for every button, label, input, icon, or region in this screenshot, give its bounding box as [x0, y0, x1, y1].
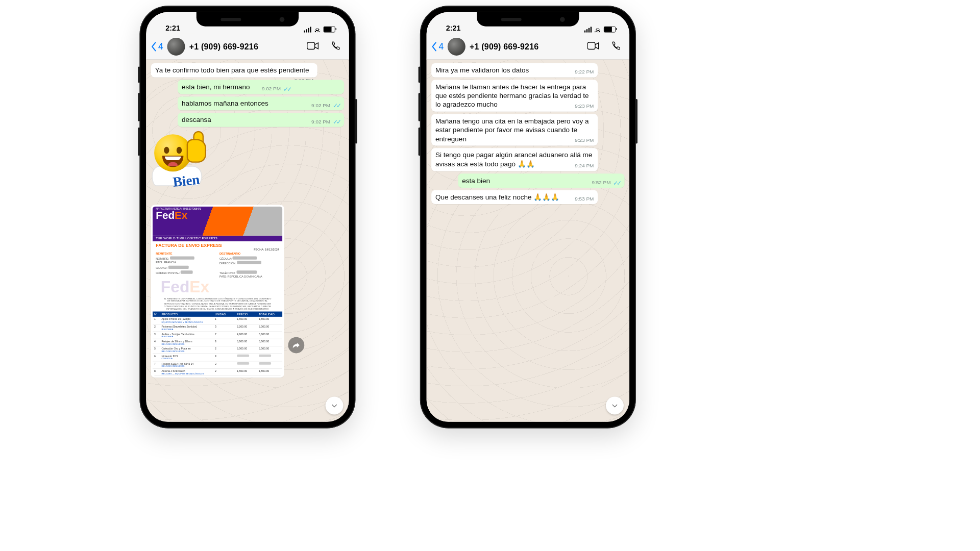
- invoice-table-header: N° PRODUCTO UNIDAD PRECIO TOTALIDAD: [153, 311, 282, 317]
- forward-button[interactable]: [288, 337, 304, 354]
- cellular-icon: [584, 27, 592, 32]
- voice-call-icon[interactable]: [330, 41, 342, 52]
- message-time: 9:02 PM: [262, 86, 281, 92]
- scroll-to-bottom-button[interactable]: [326, 397, 344, 415]
- fedex-invoice: N° FACTURA AEREA: 89552973664/1 FedEx TH…: [153, 207, 282, 376]
- invoice-title: FACTURA DE ENVIO EXPRESS: [153, 241, 282, 248]
- battery-icon: [604, 27, 616, 33]
- th: UNIDAD: [215, 313, 237, 316]
- message-text: descansa: [182, 116, 211, 124]
- message-text: Mañana tengo una cita en la embajada per…: [435, 117, 589, 143]
- contact-name[interactable]: +1 (909) 669-9216: [470, 42, 583, 51]
- read-ticks-icon: ✓✓: [613, 179, 620, 186]
- message-time: 9:52 PM: [592, 180, 610, 186]
- fx-field-label: PAÍS:: [156, 261, 163, 264]
- message-text: hablamos mañana entonces: [182, 99, 268, 107]
- message-in[interactable]: Ya te confirmo todo bien para que estés …: [151, 63, 317, 78]
- message-text: esta bien, mi hermano: [182, 83, 250, 91]
- chat-header: 4 +1 (909) 669-9216: [427, 34, 630, 60]
- message-time: 9:02 PM: [311, 102, 330, 109]
- message-text: Mañana te llaman antes de hacer la entre…: [435, 83, 589, 109]
- th: TOTALIDAD: [259, 313, 281, 316]
- svg-rect-1: [587, 42, 595, 49]
- th: N°: [154, 313, 161, 316]
- message-text: Mira ya me validaron los datos: [435, 66, 529, 74]
- thumbs-up-icon: [183, 132, 207, 164]
- notch: [197, 12, 299, 27]
- wifi-icon: [594, 27, 601, 32]
- message-time: 9:24 PM: [575, 162, 594, 169]
- video-call-icon[interactable]: [307, 41, 319, 52]
- fx-field-label: CÓDIGO POSTAL:: [156, 271, 180, 274]
- chat-header: 4 +1 (909) 669-9216: [146, 34, 349, 60]
- avatar[interactable]: [167, 38, 185, 56]
- fx-field-label: NOMBRE:: [156, 257, 169, 260]
- message-in[interactable]: Que descanses una feliz noche 🙏🙏🙏9:53 PM: [431, 190, 598, 204]
- message-time: 9:23 PM: [575, 137, 594, 143]
- message-time: 9:53 PM: [575, 195, 594, 202]
- message-text: Que descanses una feliz noche 🙏🙏🙏: [435, 193, 559, 201]
- avatar[interactable]: [448, 38, 465, 56]
- read-ticks-icon: ✓✓: [333, 102, 340, 109]
- message-out[interactable]: esta bien9:52 PM✓✓: [458, 173, 624, 188]
- battery-icon: [324, 27, 335, 33]
- message-out[interactable]: descansa 9:02 PM✓✓: [178, 113, 344, 127]
- message-text: Si tengo que pagar algún arancel aduaner…: [435, 152, 592, 168]
- remitter-label: REMITENTE: [156, 253, 215, 256]
- message-text: esta bien: [462, 177, 490, 184]
- status-time: 2:21: [446, 24, 461, 33]
- message-in[interactable]: Mañana tengo una cita en la embajada per…: [431, 114, 598, 145]
- sticker-message[interactable]: Bien 9:03 PM: [152, 134, 225, 201]
- read-ticks-icon: ✓✓: [283, 85, 290, 93]
- phone-mockup-left: 2:21 4 +1 (909) 669-9216 Ya te confirmo: [139, 6, 355, 428]
- th: PRODUCTO: [161, 313, 215, 316]
- back-button[interactable]: 4: [151, 41, 163, 52]
- svg-rect-0: [307, 42, 315, 49]
- voice-call-icon[interactable]: [610, 41, 622, 52]
- status-time: 2:21: [165, 24, 180, 33]
- back-count: 4: [438, 41, 444, 52]
- wifi-icon: [314, 27, 321, 32]
- message-in[interactable]: Mañana te llaman antes de hacer la entre…: [431, 80, 598, 111]
- notch: [477, 12, 579, 27]
- chat-area[interactable]: Ya te confirmo todo bien para que estés …: [146, 58, 349, 422]
- scroll-to-bottom-button[interactable]: [606, 397, 624, 415]
- message-in[interactable]: Si tengo que pagar algún arancel aduaner…: [431, 148, 598, 171]
- chat-area[interactable]: Mira ya me validaron los datos9:22 PM Ma…: [427, 58, 630, 422]
- message-time: 9:02 PM: [311, 119, 330, 126]
- fx-field-label: CÉDULA:: [219, 257, 232, 260]
- message-time: 9:23 PM: [575, 103, 594, 109]
- th: PRECIO: [237, 313, 259, 316]
- cellular-icon: [304, 27, 311, 32]
- country-dest: REPÚBLICA DOMINICANA: [227, 275, 262, 278]
- back-count: 4: [158, 41, 163, 52]
- recipient-label: DESTINATARIO: [219, 253, 279, 256]
- contact-name[interactable]: +1 (909) 669-9216: [189, 42, 303, 51]
- message-out[interactable]: esta bien, mi hermano 9:02 PM✓✓: [178, 80, 344, 94]
- fedex-logo: FedEx: [156, 210, 187, 221]
- fedex-tagline: THE WORLD TIME LOGISTIC EXPRESS: [153, 236, 282, 241]
- country-from: FRANCIA: [164, 261, 176, 264]
- message-in[interactable]: Mira ya me validaron los datos9:22 PM: [431, 63, 598, 78]
- invoice-date: 19/12/2024: [265, 248, 279, 251]
- date-label: FECHA:: [254, 248, 264, 251]
- fx-field-label: PAÍS:: [219, 275, 227, 278]
- message-time: 9:22 PM: [575, 68, 594, 75]
- phone-mockup-right: 2:21 4 +1 (909) 669-9216 Mira ya me vali…: [420, 6, 636, 428]
- sticker-caption: Bien: [172, 172, 200, 190]
- video-call-icon[interactable]: [587, 41, 599, 52]
- fx-field-label: CIUDAD:: [156, 266, 167, 269]
- fx-field-label: TELÉFONO:: [219, 271, 236, 274]
- message-text: Ya te confirmo todo bien para que estés …: [155, 66, 309, 74]
- message-out[interactable]: hablamos mañana entonces 9:02 PM✓✓: [178, 96, 344, 111]
- image-message[interactable]: N° FACTURA AEREA: 89552973664/1 FedEx TH…: [151, 205, 284, 378]
- back-button[interactable]: 4: [431, 41, 444, 52]
- fx-field-label: DIRECCIÓN:: [219, 262, 236, 265]
- read-ticks-icon: ✓✓: [333, 118, 340, 126]
- invoice-disclaimer: EL REMITENTE CONFIRMA EL CONOCIMIENTO DE…: [153, 297, 282, 311]
